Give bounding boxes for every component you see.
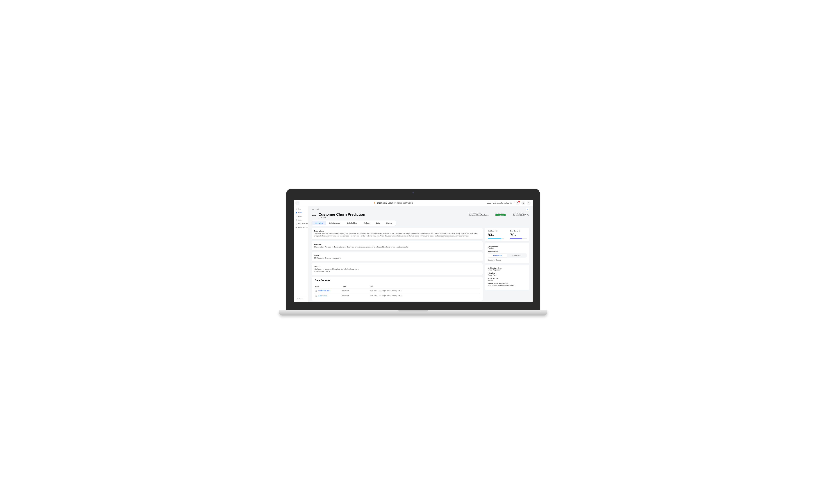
rel-tab-ispartof[interactable]: Is Part Of (0) bbox=[507, 254, 526, 257]
kv-label: Environment: bbox=[488, 245, 527, 247]
brand-product: Data Governance and Catalog bbox=[388, 202, 413, 204]
breadcrumb[interactable]: Top Level bbox=[312, 208, 319, 210]
policy-icon bbox=[295, 215, 297, 217]
svg-point-1 bbox=[298, 202, 298, 203]
collapse-sidebar-button[interactable]: Collapse bbox=[294, 297, 308, 301]
page-subtitle: AI MODEL bbox=[318, 217, 466, 218]
card-label: Description: bbox=[314, 230, 480, 232]
svg-point-13 bbox=[312, 214, 312, 214]
svg-point-34 bbox=[316, 296, 316, 297]
svg-point-28 bbox=[316, 295, 316, 296]
kv-label: Libraries: bbox=[488, 272, 527, 274]
sidebar-item-new[interactable]: New bbox=[294, 207, 308, 211]
account-name: awsreinventdemo1-fromselfservice bbox=[487, 202, 512, 204]
collapse-label: Collapse bbox=[297, 298, 303, 300]
tab-tickets[interactable]: Tickets bbox=[360, 221, 373, 225]
svg-point-32 bbox=[315, 296, 315, 297]
profile-button[interactable] bbox=[521, 201, 525, 205]
row-name-link[interactable]: ADDRESSLINE1 bbox=[318, 290, 331, 292]
svg-point-17 bbox=[315, 290, 315, 291]
card-text: Customer retention is one of the primary… bbox=[314, 233, 480, 237]
right-column: Drift Score i 83% B bbox=[485, 228, 529, 290]
help-button[interactable]: ? bbox=[527, 201, 531, 205]
page-header: Customer Churn Prediction AI MODEL BUSIN… bbox=[312, 212, 529, 218]
tab-stakeholders[interactable]: Stakeholders bbox=[344, 221, 361, 225]
svg-point-30 bbox=[316, 296, 316, 296]
kv-value: Training bbox=[488, 247, 527, 249]
environment-card: Environment: Training Relationships: Con… bbox=[485, 243, 529, 263]
svg-point-26 bbox=[315, 295, 315, 296]
app-window: Informatica Data Governance and Catalog … bbox=[294, 200, 533, 302]
score-bar bbox=[488, 238, 504, 239]
tab-overview[interactable]: Overview bbox=[312, 221, 326, 225]
home-icon bbox=[295, 212, 297, 214]
drag-handle-icon[interactable] bbox=[315, 290, 317, 292]
card-text: CRM systems & core orders systems bbox=[314, 257, 480, 259]
data-sources-title: Data Sources bbox=[314, 279, 480, 282]
laptop-base bbox=[279, 310, 547, 315]
laptop-notch bbox=[398, 310, 428, 312]
output-card: Output: ist of Users who are most likely… bbox=[312, 263, 483, 275]
laptop-lid: Informatica Data Governance and Catalog … bbox=[286, 189, 540, 310]
card-text: ist of Users who are most likely to chur… bbox=[314, 268, 480, 273]
sidebar-item-home[interactable]: Home bbox=[294, 211, 308, 214]
app-body: New Home Policy bbox=[294, 206, 533, 302]
row-name-link[interactable]: CURRENCY bbox=[318, 295, 327, 297]
search-icon bbox=[295, 219, 297, 221]
grip-icon bbox=[297, 202, 298, 204]
app-menu-button[interactable] bbox=[295, 201, 299, 205]
sidebar-item-label: Next Best Offer bbox=[298, 223, 308, 225]
laptop-mockup: Informatica Data Governance and Catalog … bbox=[286, 189, 540, 315]
sidebar-item-customer-churn[interactable]: Customer Chu… bbox=[294, 226, 308, 229]
sidebar-item-policy[interactable]: Policy bbox=[294, 214, 308, 218]
info-icon[interactable]: i bbox=[519, 230, 520, 232]
score-label: Drift Score i bbox=[488, 230, 504, 232]
sidebar-item-next-best-offer[interactable]: Next Best Offer bbox=[294, 222, 308, 226]
drift-score: Drift Score i 83% bbox=[488, 230, 504, 239]
card-label: Inputs: bbox=[314, 254, 480, 256]
kv-value: Docker bbox=[488, 279, 527, 281]
table-row[interactable]: ADDRESSLINE1 FlatField Cust Data Lake (s… bbox=[314, 289, 480, 294]
svg-point-8 bbox=[296, 219, 297, 220]
card-text: Classification. The goal of classificati… bbox=[314, 246, 480, 248]
svg-point-14 bbox=[315, 214, 316, 214]
table-row[interactable]: CURRENCY FlatField Cust Data Lake (s3) >… bbox=[314, 294, 480, 298]
tab-data[interactable]: Data bbox=[373, 221, 383, 225]
breadcrumb-row: Top Level × bbox=[312, 208, 529, 211]
svg-point-18 bbox=[316, 290, 316, 291]
col-path[interactable]: path bbox=[370, 286, 479, 287]
rel-tab-contains[interactable]: Contains (0) bbox=[488, 254, 507, 257]
close-panel-button[interactable]: × bbox=[526, 208, 529, 211]
svg-point-12 bbox=[314, 214, 314, 215]
relationship-tabs: Contains (0) Is Part Of (0) bbox=[488, 253, 527, 258]
svg-point-9 bbox=[296, 224, 297, 224]
col-type[interactable]: Type bbox=[343, 286, 370, 287]
svg-point-31 bbox=[316, 296, 316, 296]
notifications-button[interactable]: 1 bbox=[516, 201, 520, 205]
tab-history[interactable]: History bbox=[383, 221, 395, 225]
top-right: awsreinventdemo1-fromselfservice 1 ? bbox=[487, 201, 531, 205]
meta-lifecycle: LIFECYCLE PUBLISHED bbox=[495, 212, 506, 216]
svg-point-7 bbox=[296, 216, 297, 216]
sidebar-item-label: Home bbox=[298, 212, 302, 213]
svg-point-25 bbox=[316, 291, 316, 292]
brand-center: Informatica Data Governance and Catalog bbox=[299, 202, 487, 204]
score-value: 70% bbox=[510, 233, 527, 237]
chevron-left-icon bbox=[295, 298, 297, 300]
svg-point-21 bbox=[316, 291, 316, 291]
sidebar-item-search[interactable]: Search bbox=[294, 218, 308, 222]
account-dropdown[interactable]: awsreinventdemo1-fromselfservice bbox=[487, 202, 514, 204]
col-name[interactable]: Name bbox=[315, 286, 343, 287]
top-bar: Informatica Data Governance and Catalog … bbox=[294, 200, 533, 206]
no-data-text: No data to display bbox=[488, 259, 527, 261]
drag-handle-icon[interactable] bbox=[315, 295, 317, 297]
svg-point-15 bbox=[312, 215, 312, 216]
left-column: Description: Customer retention is one o… bbox=[312, 228, 483, 301]
title-block: Customer Churn Prediction AI MODEL bbox=[318, 212, 466, 218]
scores-card: Drift Score i 83% B bbox=[485, 228, 529, 241]
score-bar-fill bbox=[488, 238, 501, 239]
detail-tabs: Overview Relationships Stakeholders Tick… bbox=[312, 220, 396, 226]
info-icon[interactable]: i bbox=[496, 230, 497, 232]
tab-relationships[interactable]: Relationships bbox=[326, 221, 344, 225]
meta-label: BUSINESS NAME bbox=[469, 212, 489, 214]
